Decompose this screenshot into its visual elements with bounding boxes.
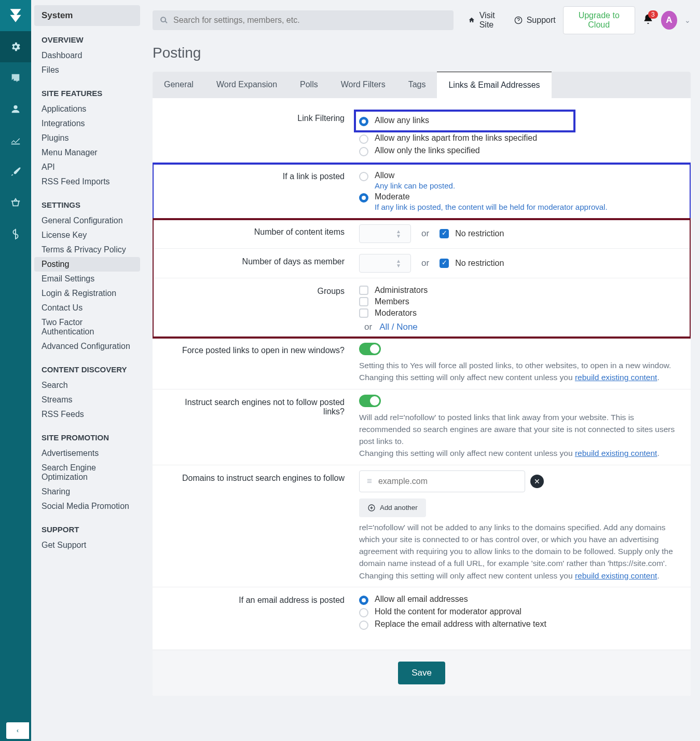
upgrade-button[interactable]: Upgrade to Cloud — [563, 6, 635, 34]
settings-panel: GeneralWord ExpansionPollsWord FiltersTa… — [153, 72, 691, 696]
lbl-norestr-1: No restriction — [455, 229, 504, 238]
sidebar-item-plugins[interactable]: Plugins — [34, 131, 140, 145]
rail-chat-icon[interactable] — [0, 62, 31, 93]
radio-email-replace[interactable]: Replace the email address with alternati… — [359, 619, 681, 630]
row-if-link-posted: If a link is posted Allow Any link can b… — [153, 164, 691, 219]
domain-field[interactable] — [378, 477, 517, 486]
row-domains: Domains to instruct search engines to fo… — [153, 465, 691, 587]
remove-domain-button[interactable]: ✕ — [530, 475, 544, 488]
opt-email-allow: Allow all email addresses — [375, 595, 468, 604]
sidebar-item-get-support[interactable]: Get Support — [34, 538, 140, 553]
question-icon — [514, 16, 523, 24]
link-rebuild-1[interactable]: rebuild existing content — [575, 373, 657, 382]
check-moderators[interactable]: Moderators — [359, 308, 681, 318]
radio-email-hold[interactable]: Hold the content for moderator approval — [359, 607, 681, 617]
radio-allow-any-links[interactable]: Allow any links — [359, 116, 429, 126]
support-link[interactable]: Support — [514, 16, 556, 25]
rail-brush-icon[interactable] — [0, 156, 31, 187]
tab-links-email-addresses[interactable]: Links & Email Addresses — [437, 72, 551, 98]
tab-general[interactable]: General — [153, 72, 205, 98]
sidebar-item-general-configuration[interactable]: General Configuration — [34, 213, 140, 228]
sidebar-item-posting[interactable]: Posting — [34, 257, 140, 272]
label-groups: Groups — [162, 284, 359, 296]
sidebar-item-applications[interactable]: Applications — [34, 102, 140, 116]
opt-moderate-title: Moderate — [375, 192, 608, 201]
check-no-restriction-days[interactable]: No restriction — [440, 259, 504, 268]
label-num-days: Number of days as member — [162, 254, 359, 266]
sidebar-item-api[interactable]: API — [34, 160, 140, 174]
sidebar-item-login-registration[interactable]: Login & Registration — [34, 286, 140, 301]
sidebar-item-files[interactable]: Files — [34, 63, 140, 77]
radio-moderate[interactable]: Moderate If any link is posted, the cont… — [359, 192, 681, 211]
or-2: or — [421, 258, 429, 268]
sidebar-item-rss-feed-imports[interactable]: RSS Feed Imports — [34, 174, 140, 189]
rail-basket-icon[interactable] — [0, 187, 31, 218]
field-num-content[interactable] — [360, 230, 396, 238]
chevron-down-icon[interactable]: ⌄ — [684, 16, 691, 24]
label-link-filtering: Link Filtering — [162, 111, 359, 123]
sidebar-item-integrations[interactable]: Integrations — [34, 116, 140, 131]
opt-email-replace: Replace the email address with alternati… — [375, 619, 546, 629]
sidebar-item-search-engine-optimization[interactable]: Search Engine Optimization — [34, 461, 140, 484]
rail-system-icon[interactable] — [0, 31, 31, 62]
domain-input[interactable]: ≡ — [359, 470, 525, 492]
rail-user-icon[interactable] — [0, 93, 31, 125]
toggle-nofollow[interactable] — [359, 395, 381, 407]
save-bar: Save — [153, 650, 691, 696]
save-button[interactable]: Save — [398, 662, 445, 684]
drag-handle-icon[interactable]: ≡ — [367, 476, 372, 487]
sidebar-item-advanced-configuration[interactable]: Advanced Configuration — [34, 339, 140, 354]
rail-dollar-icon[interactable] — [0, 218, 31, 249]
check-no-restriction-content[interactable]: No restriction — [440, 229, 504, 238]
tab-tags[interactable]: Tags — [397, 72, 437, 98]
add-another-button[interactable]: Add another — [359, 499, 426, 517]
sidebar-item-two-factor-authentication[interactable]: Two Factor Authentication — [34, 315, 140, 339]
sidebar-item-search[interactable]: Search — [34, 378, 140, 393]
sidebar-item-contact-us[interactable]: Contact Us — [34, 301, 140, 315]
opt-administrators: Administrators — [375, 286, 428, 295]
input-num-content[interactable]: ▲▼ — [359, 224, 411, 243]
link-rebuild-2[interactable]: rebuild existing content — [575, 449, 657, 457]
check-members[interactable]: Members — [359, 297, 681, 306]
label-email-posted: If an email address is posted — [162, 592, 359, 605]
sidebar-item-streams[interactable]: Streams — [34, 393, 140, 407]
sidebar-item-menu-manager[interactable]: Menu Manager — [34, 145, 140, 160]
link-all-none[interactable]: All / None — [379, 322, 418, 332]
sidebar-item-rss-feeds[interactable]: RSS Feeds — [34, 407, 140, 422]
lbl-norestr-2: No restriction — [455, 259, 504, 268]
sidebar-item-license-key[interactable]: License Key — [34, 228, 140, 242]
logo[interactable] — [0, 0, 31, 31]
visit-site-link[interactable]: Visit Site — [468, 11, 507, 30]
notif-badge: 3 — [648, 10, 658, 19]
opt-members: Members — [375, 297, 409, 306]
field-num-days[interactable] — [360, 260, 396, 267]
rail-collapse-toggle[interactable]: ‹ — [0, 720, 31, 741]
search-input[interactable] — [153, 10, 454, 30]
tabs: GeneralWord ExpansionPollsWord FiltersTa… — [153, 72, 691, 98]
tab-word-expansion[interactable]: Word Expansion — [205, 72, 289, 98]
sidebar-item-email-settings[interactable]: Email Settings — [34, 272, 140, 286]
sidebar-item-sharing[interactable]: Sharing — [34, 484, 140, 499]
radio-allow-only[interactable]: Allow only the links specified — [359, 146, 681, 156]
sidebar-item-advertisements[interactable]: Advertisements — [34, 446, 140, 461]
link-rebuild-3[interactable]: rebuild existing content — [575, 571, 657, 580]
notifications-button[interactable]: 3 — [642, 14, 654, 28]
radio-allow-apart[interactable]: Allow any links apart from the links spe… — [359, 133, 681, 144]
tab-word-filters[interactable]: Word Filters — [330, 72, 397, 98]
tab-polls[interactable]: Polls — [289, 72, 330, 98]
desc-nf-2: Changing this setting will only affect n… — [359, 449, 575, 457]
radio-allow[interactable]: Allow Any link can be posted. — [359, 171, 681, 190]
avatar[interactable]: A — [661, 11, 677, 30]
topbar: Visit Site Support Upgrade to Cloud 3 A … — [143, 0, 700, 41]
radio-email-allow[interactable]: Allow all email addresses — [359, 595, 681, 605]
sidebar-item-terms-privacy-policy[interactable]: Terms & Privacy Policy — [34, 242, 140, 257]
search-field[interactable] — [173, 16, 446, 25]
sidebar-item-social-media-promotion[interactable]: Social Media Promotion — [34, 499, 140, 514]
check-administrators[interactable]: Administrators — [359, 286, 681, 295]
toggle-force-new-window[interactable] — [359, 343, 381, 355]
sidebar-item-dashboard[interactable]: Dashboard — [34, 48, 140, 63]
opt-allow-apart: Allow any links apart from the links spe… — [375, 133, 537, 143]
search-icon — [160, 16, 168, 24]
input-num-days[interactable]: ▲▼ — [359, 254, 411, 273]
rail-stats-icon[interactable] — [0, 125, 31, 156]
